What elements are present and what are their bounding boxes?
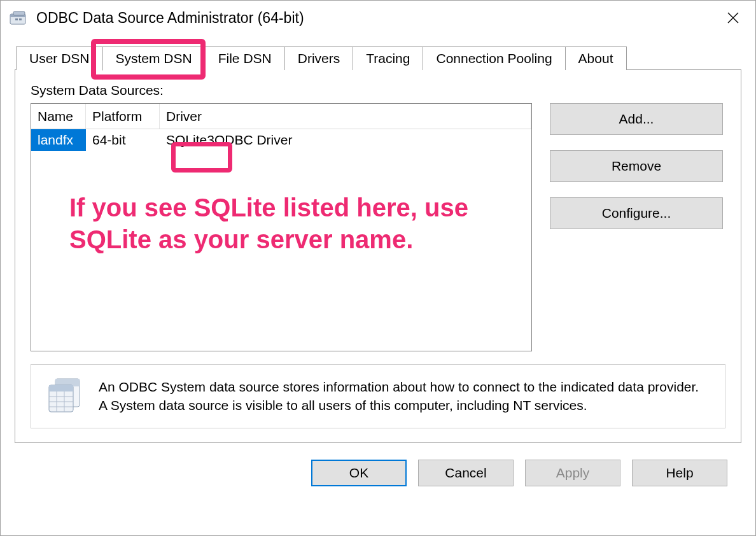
info-text: An ODBC System data source stores inform… bbox=[99, 377, 699, 415]
cell-name: landfx bbox=[31, 129, 86, 151]
window-title: ODBC Data Source Administrator (64-bit) bbox=[36, 10, 717, 27]
column-header-driver[interactable]: Driver bbox=[160, 104, 531, 129]
tab-tracing[interactable]: Tracing bbox=[353, 46, 423, 70]
tab-strip: User DSN System DSN File DSN Drivers Tra… bbox=[16, 46, 741, 70]
tab-about[interactable]: About bbox=[565, 46, 627, 70]
tab-panel-system-dsn: System Data Sources: Name Platform Drive… bbox=[15, 69, 741, 443]
tab-connection-pooling[interactable]: Connection Pooling bbox=[423, 46, 565, 70]
driver-rest-part: ODBC Driver bbox=[214, 132, 293, 148]
table-row[interactable]: landfx 64-bit SQLite3 ODBC Driver bbox=[31, 129, 531, 151]
section-label: System Data Sources: bbox=[31, 83, 725, 98]
cancel-button[interactable]: Cancel bbox=[418, 460, 514, 486]
tab-drivers[interactable]: Drivers bbox=[284, 46, 354, 70]
info-box: An ODBC System data source stores inform… bbox=[31, 364, 725, 428]
add-button[interactable]: Add... bbox=[550, 103, 723, 135]
remove-button[interactable]: Remove bbox=[550, 150, 723, 182]
list-header: Name Platform Driver bbox=[31, 104, 531, 129]
svg-rect-2 bbox=[13, 11, 25, 15]
close-icon[interactable] bbox=[717, 5, 749, 31]
tab-file-dsn[interactable]: File DSN bbox=[205, 46, 285, 70]
app-icon bbox=[10, 10, 29, 25]
cell-driver: SQLite3 ODBC Driver bbox=[160, 129, 531, 151]
help-button[interactable]: Help bbox=[632, 460, 727, 486]
footer-buttons: OK Cancel Apply Help bbox=[15, 443, 741, 486]
svg-rect-4 bbox=[19, 18, 22, 20]
info-line-1: An ODBC System data source stores inform… bbox=[99, 379, 699, 394]
database-icon bbox=[45, 377, 83, 413]
data-source-list[interactable]: Name Platform Driver landfx 64-bit SQLit… bbox=[31, 103, 532, 351]
configure-button[interactable]: Configure... bbox=[550, 197, 723, 229]
column-header-platform[interactable]: Platform bbox=[86, 104, 160, 129]
info-line-2: A System data source is visible to all u… bbox=[99, 398, 587, 413]
column-header-name[interactable]: Name bbox=[31, 104, 86, 129]
tab-system-dsn[interactable]: System DSN bbox=[102, 46, 206, 71]
titlebar: ODBC Data Source Administrator (64-bit) bbox=[1, 1, 755, 35]
ok-button[interactable]: OK bbox=[311, 460, 407, 486]
svg-rect-3 bbox=[15, 18, 18, 20]
svg-rect-10 bbox=[49, 385, 73, 391]
tab-user-dsn[interactable]: User DSN bbox=[16, 46, 103, 70]
apply-button: Apply bbox=[525, 460, 620, 486]
driver-sqlite-part: SQLite3 bbox=[166, 132, 214, 148]
cell-platform: 64-bit bbox=[86, 129, 160, 151]
